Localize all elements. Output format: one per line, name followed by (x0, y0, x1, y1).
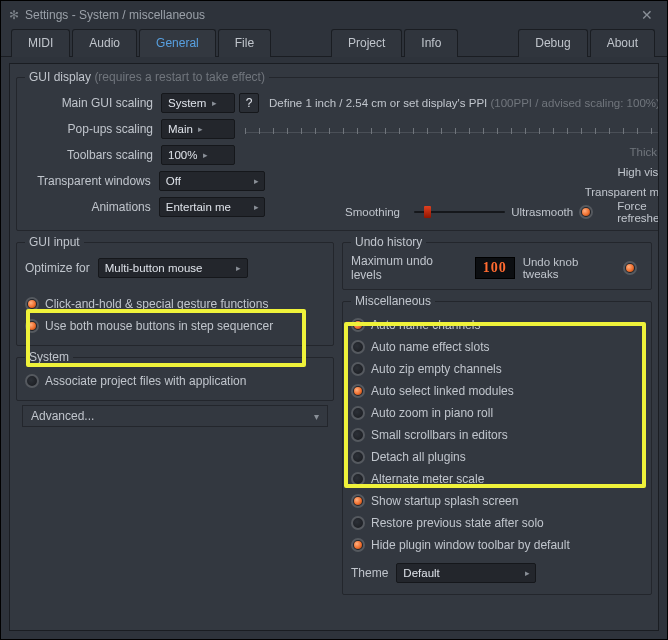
group-title: Undo history (351, 235, 426, 249)
advanced-expander[interactable]: Advanced... ▾ (22, 405, 328, 427)
group-system: System Associate project files with appl… (16, 350, 334, 401)
chevron-right-icon: ▸ (248, 202, 264, 212)
option-associate-files[interactable]: Associate project files with application (25, 370, 325, 392)
title-bar: ✻ Settings - System / miscellaneous ✕ (1, 1, 667, 29)
tab-debug[interactable]: Debug (518, 29, 587, 57)
tab-about[interactable]: About (590, 29, 655, 57)
option-detach-plugins[interactable]: Detach all plugins (351, 446, 643, 468)
option-restore-solo[interactable]: Restore previous state after solo (351, 512, 643, 534)
option-click-and-hold[interactable]: Click-and-hold & special gesture functio… (25, 293, 325, 315)
group-gui-input: GUI input Optimize for Multi-button mous… (16, 235, 334, 346)
window-title: Settings - System / miscellaneous (25, 8, 205, 22)
content-panel: GUI display (requires a restart to take … (9, 63, 659, 631)
label-theme: Theme (351, 566, 396, 580)
tab-midi[interactable]: MIDI (11, 29, 70, 57)
option-ultrasmooth[interactable]: Ultrasmooth (511, 206, 573, 218)
group-title: Miscellaneous (351, 294, 435, 308)
group-gui-display: GUI display (requires a restart to take … (16, 70, 659, 231)
label-main-scaling: Main GUI scaling (25, 96, 161, 110)
chevron-right-icon: ▸ (193, 124, 209, 134)
group-title: GUI display (requires a restart to take … (25, 70, 269, 84)
dropdown-popups-scaling[interactable]: Main▸ (161, 119, 235, 139)
label-optimize-for: Optimize for (25, 261, 98, 275)
option-splash[interactable]: Show startup splash screen (351, 490, 643, 512)
group-miscellaneous: Miscellaneous Auto name channels Auto na… (342, 294, 652, 595)
dropdown-theme[interactable]: Default▸ (396, 563, 536, 583)
chevron-right-icon: ▸ (248, 176, 264, 186)
chevron-right-icon: ▸ (231, 263, 247, 273)
option-auto-zoom-piano[interactable]: Auto zoom in piano roll (351, 402, 643, 424)
group-title: GUI input (25, 235, 84, 249)
gear-icon: ✻ (9, 8, 19, 22)
dropdown-animations[interactable]: Entertain me▸ (159, 197, 265, 217)
option-small-scrollbars[interactable]: Small scrollbars in editors (351, 424, 643, 446)
dropdown-transparent-windows[interactable]: Off▸ (159, 171, 265, 191)
chevron-down-icon: ▾ (314, 411, 319, 422)
option-undo-knob-tweaks[interactable]: Undo knob tweaks (523, 258, 643, 278)
dropdown-main-scaling[interactable]: System▸ (161, 93, 235, 113)
label-max-undo: Maximum undo levels (351, 254, 467, 282)
label-toolbars-scaling: Toolbars scaling (25, 148, 161, 162)
chevron-right-icon: ▸ (519, 568, 535, 578)
chevron-right-icon: ▸ (206, 98, 222, 108)
dropdown-toolbars-scaling[interactable]: 100%▸ (161, 145, 235, 165)
option-both-mouse-buttons[interactable]: Use both mouse buttons in step sequencer (25, 315, 325, 337)
label-animations: Animations (25, 200, 159, 214)
tab-info[interactable]: Info (404, 29, 458, 57)
dropdown-optimize-for[interactable]: Multi-button mouse▸ (98, 258, 248, 278)
slider-smoothing[interactable] (414, 205, 505, 219)
tab-audio[interactable]: Audio (72, 29, 137, 57)
ppi-description: Define 1 inch / 2.54 cm or set display's… (269, 97, 659, 109)
input-max-undo[interactable]: 100 (475, 257, 515, 279)
tab-file[interactable]: File (218, 29, 271, 57)
chevron-right-icon: ▸ (197, 150, 213, 160)
option-high-visibility[interactable]: High visibility (617, 162, 659, 182)
tab-bar: MIDI Audio General File Project Info Deb… (1, 29, 667, 57)
option-alt-meter[interactable]: Alternate meter scale (351, 468, 643, 490)
group-title: System (25, 350, 73, 364)
option-hide-plugin-toolbar[interactable]: Hide plugin window toolbar by default (351, 534, 643, 556)
label-transparent-windows: Transparent windows (25, 174, 159, 188)
ppi-ruler[interactable] (245, 122, 659, 136)
group-undo-history: Undo history Maximum undo levels 100 Und… (342, 235, 652, 290)
option-force-refreshes[interactable]: Force refreshes (617, 200, 659, 224)
option-auto-zip-empty[interactable]: Auto zip empty channels (351, 358, 643, 380)
close-icon[interactable]: ✕ (635, 5, 659, 25)
option-auto-select-linked[interactable]: Auto select linked modules (351, 380, 643, 402)
tab-project[interactable]: Project (331, 29, 402, 57)
label-smoothing: Smoothing (345, 206, 400, 218)
option-auto-name-channels[interactable]: Auto name channels (351, 314, 643, 336)
option-thick-lines[interactable]: Thick lines (630, 142, 659, 162)
option-transparent-menus[interactable]: Transparent menus (585, 182, 659, 202)
settings-window: ✻ Settings - System / miscellaneous ✕ MI… (0, 0, 668, 640)
tab-general[interactable]: General (139, 29, 216, 57)
option-auto-name-slots[interactable]: Auto name effect slots (351, 336, 643, 358)
label-popups-scaling: Pop-ups scaling (25, 122, 161, 136)
help-button[interactable]: ? (239, 93, 259, 113)
